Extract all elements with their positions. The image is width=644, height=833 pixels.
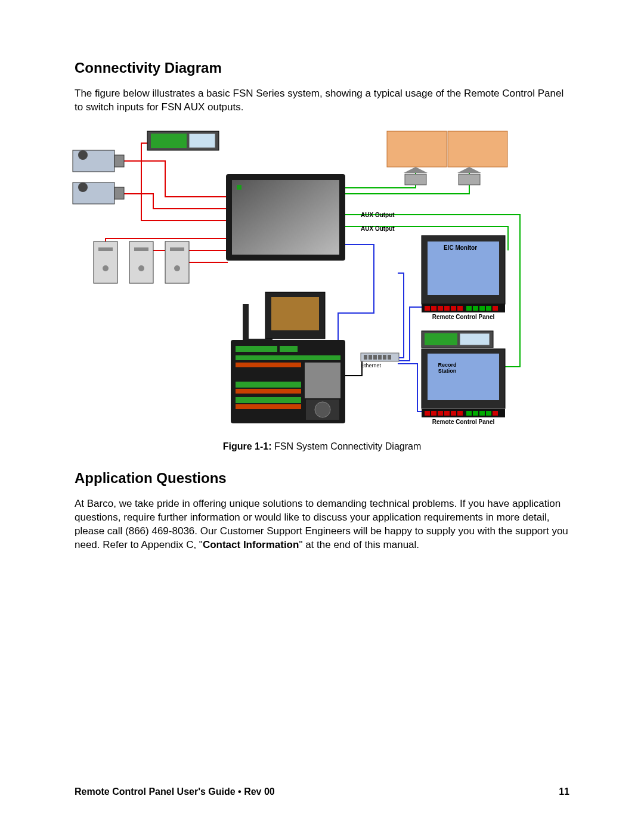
- control-console-icon: [231, 340, 345, 423]
- svg-rect-76: [305, 363, 340, 398]
- svg-rect-16: [170, 247, 184, 251]
- remote-control-panel-icon: [422, 304, 505, 312]
- document-page: Connectivity Diagram The figure below il…: [0, 0, 644, 833]
- label-remote-control-panel: Remote Control Panel: [422, 419, 505, 425]
- svg-rect-22: [405, 174, 426, 185]
- svg-rect-60: [378, 355, 382, 360]
- svg-rect-37: [486, 306, 491, 311]
- crt-monitor-icon: [243, 292, 325, 343]
- contact-information-bold: Contact Information: [203, 539, 299, 550]
- svg-point-11: [103, 265, 109, 271]
- camera-icon: [73, 150, 124, 172]
- remote-control-panel-icon: [422, 409, 505, 417]
- svg-rect-57: [364, 355, 367, 360]
- label-aux-output: AUX Output: [361, 212, 395, 218]
- svg-rect-49: [451, 411, 456, 416]
- svg-rect-34: [466, 306, 472, 311]
- projection-screen-icon: [387, 131, 447, 185]
- rack-device-icon: [147, 131, 219, 150]
- page-footer: Remote Control Panel User's Guide • Rev …: [75, 786, 569, 797]
- svg-rect-7: [114, 187, 124, 199]
- svg-rect-1: [151, 134, 187, 148]
- label-aux-output: AUX Output: [361, 225, 395, 232]
- svg-rect-4: [114, 155, 124, 167]
- record-station-monitor-icon: [422, 349, 505, 408]
- ethernet-hub-icon: [361, 353, 399, 361]
- svg-point-78: [315, 402, 330, 417]
- svg-rect-64: [271, 297, 319, 330]
- svg-rect-58: [369, 355, 372, 360]
- svg-rect-35: [473, 306, 478, 311]
- svg-rect-53: [479, 411, 485, 416]
- svg-rect-36: [479, 306, 485, 311]
- svg-rect-69: [280, 346, 298, 352]
- svg-point-14: [138, 265, 144, 271]
- svg-rect-55: [493, 411, 498, 416]
- pc-tower-icon: [165, 241, 189, 283]
- svg-rect-65: [243, 304, 249, 340]
- label-ethernet: Ethernet: [361, 363, 381, 368]
- label-remote-control-panel: Remote Control Panel: [422, 314, 505, 320]
- svg-rect-51: [466, 411, 472, 416]
- pc-tower-icon: [94, 241, 117, 283]
- label-record-station: Record Station: [432, 363, 462, 374]
- svg-rect-50: [457, 411, 463, 416]
- camera-icon: [73, 182, 124, 204]
- svg-rect-40: [425, 333, 457, 345]
- svg-rect-13: [134, 247, 148, 251]
- svg-rect-33: [457, 306, 463, 311]
- svg-rect-29: [431, 306, 436, 311]
- svg-point-17: [174, 265, 180, 271]
- svg-rect-59: [373, 355, 377, 360]
- svg-rect-10: [98, 247, 113, 251]
- svg-rect-19: [232, 180, 339, 255]
- svg-point-5: [78, 150, 88, 160]
- label-eic-monitor: EIC Monitor: [436, 244, 484, 251]
- body-text: " at the end of this manual.: [299, 539, 419, 550]
- svg-rect-28: [425, 306, 430, 311]
- page-number: 11: [559, 786, 569, 797]
- intro-paragraph: The figure below illustrates a basic FSN…: [75, 87, 569, 114]
- figure-caption: Figure 1-1: FSN System Connectivity Diag…: [75, 441, 569, 452]
- svg-rect-21: [387, 131, 447, 167]
- svg-rect-20: [237, 185, 242, 190]
- svg-rect-73: [236, 363, 301, 367]
- svg-rect-68: [236, 346, 277, 352]
- svg-rect-23: [448, 131, 507, 167]
- footer-title: Remote Control Panel User's Guide • Rev …: [75, 786, 275, 797]
- svg-rect-47: [438, 411, 443, 416]
- figure-number: Figure 1-1:: [223, 441, 272, 451]
- svg-rect-45: [425, 411, 430, 416]
- svg-rect-31: [444, 306, 450, 311]
- svg-point-8: [78, 182, 88, 192]
- svg-rect-30: [438, 306, 443, 311]
- svg-rect-52: [473, 411, 478, 416]
- svg-rect-72: [236, 397, 301, 403]
- svg-rect-24: [459, 174, 480, 185]
- svg-rect-43: [428, 354, 499, 400]
- svg-rect-61: [383, 355, 386, 360]
- rack-device-icon: [422, 331, 493, 348]
- fsn-main-unit-icon: [226, 174, 345, 261]
- heading-application-questions: Application Questions: [75, 470, 569, 487]
- svg-rect-48: [444, 411, 450, 416]
- svg-rect-46: [431, 411, 436, 416]
- diagram-svg: [64, 125, 559, 435]
- svg-rect-32: [451, 306, 456, 311]
- svg-rect-2: [189, 134, 215, 148]
- svg-rect-75: [236, 404, 301, 409]
- svg-rect-74: [236, 389, 301, 394]
- svg-rect-70: [236, 355, 340, 360]
- svg-rect-71: [236, 382, 301, 388]
- application-paragraph: At Barco, we take pride in offering uniq…: [75, 497, 569, 552]
- svg-rect-62: [388, 355, 391, 360]
- heading-connectivity: Connectivity Diagram: [75, 60, 569, 76]
- pc-tower-icon: [129, 241, 153, 283]
- projection-screen-icon: [448, 131, 507, 185]
- svg-rect-54: [486, 411, 491, 416]
- figure-title: FSN System Connectivity Diagram: [272, 441, 422, 451]
- connectivity-diagram: AUX Output AUX Output EIC Monitor Remote…: [64, 125, 559, 435]
- svg-rect-41: [460, 333, 490, 345]
- svg-rect-38: [493, 306, 498, 311]
